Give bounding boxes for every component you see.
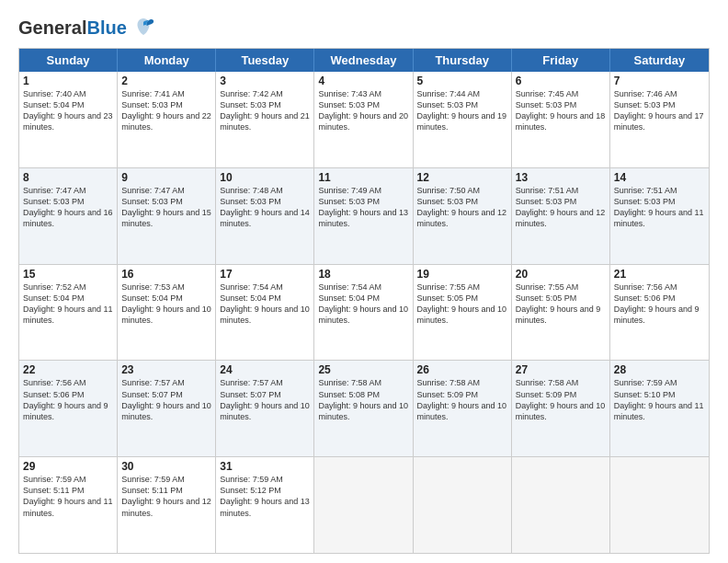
calendar-cell: 13Sunrise: 7:51 AM Sunset: 5:03 PM Dayli… — [512, 168, 610, 264]
cell-info: Sunrise: 7:59 AM Sunset: 5:12 PM Dayligh… — [220, 474, 310, 519]
calendar-cell: 10Sunrise: 7:48 AM Sunset: 5:03 PM Dayli… — [216, 168, 314, 264]
day-number: 28 — [614, 363, 705, 376]
calendar-cell: 28Sunrise: 7:59 AM Sunset: 5:10 PM Dayli… — [610, 361, 709, 456]
calendar-cell: 27Sunrise: 7:58 AM Sunset: 5:09 PM Dayli… — [512, 361, 610, 456]
cell-info: Sunrise: 7:55 AM Sunset: 5:05 PM Dayligh… — [516, 282, 606, 327]
cell-info: Sunrise: 7:55 AM Sunset: 5:05 PM Dayligh… — [417, 282, 507, 327]
calendar-cell: 16Sunrise: 7:53 AM Sunset: 5:04 PM Dayli… — [118, 265, 216, 361]
calendar-row: 29Sunrise: 7:59 AM Sunset: 5:11 PM Dayli… — [19, 456, 709, 553]
calendar-cell: 22Sunrise: 7:56 AM Sunset: 5:06 PM Dayli… — [19, 361, 118, 456]
calendar-row: 1Sunrise: 7:40 AM Sunset: 5:04 PM Daylig… — [19, 72, 709, 167]
weekday-header: Sunday — [19, 49, 118, 72]
calendar-cell: 24Sunrise: 7:57 AM Sunset: 5:07 PM Dayli… — [216, 361, 314, 456]
day-number: 29 — [23, 460, 113, 473]
cell-info: Sunrise: 7:51 AM Sunset: 5:03 PM Dayligh… — [614, 185, 705, 230]
day-number: 14 — [614, 171, 705, 184]
calendar-cell: 30Sunrise: 7:59 AM Sunset: 5:11 PM Dayli… — [118, 457, 216, 553]
calendar-cell: 5Sunrise: 7:44 AM Sunset: 5:03 PM Daylig… — [414, 72, 512, 167]
calendar-cell: 12Sunrise: 7:50 AM Sunset: 5:03 PM Dayli… — [414, 168, 512, 264]
calendar-cell: 2Sunrise: 7:41 AM Sunset: 5:03 PM Daylig… — [118, 72, 216, 167]
cell-info: Sunrise: 7:47 AM Sunset: 5:03 PM Dayligh… — [23, 185, 113, 230]
cell-info: Sunrise: 7:54 AM Sunset: 5:04 PM Dayligh… — [318, 282, 408, 327]
weekday-header: Wednesday — [314, 49, 413, 72]
calendar-cell: 29Sunrise: 7:59 AM Sunset: 5:11 PM Dayli… — [19, 457, 118, 553]
day-number: 9 — [121, 171, 211, 184]
calendar-cell: 23Sunrise: 7:57 AM Sunset: 5:07 PM Dayli… — [118, 361, 216, 456]
cell-info: Sunrise: 7:58 AM Sunset: 5:09 PM Dayligh… — [516, 377, 606, 422]
day-number: 25 — [318, 363, 408, 376]
day-number: 31 — [220, 460, 310, 473]
page: GeneralBlue SundayMondayTuesdayWednesday… — [0, 0, 728, 563]
cell-info: Sunrise: 7:59 AM Sunset: 5:11 PM Dayligh… — [121, 474, 211, 519]
cell-info: Sunrise: 7:50 AM Sunset: 5:03 PM Dayligh… — [417, 185, 507, 230]
cell-info: Sunrise: 7:53 AM Sunset: 5:04 PM Dayligh… — [121, 282, 211, 327]
calendar-cell: 1Sunrise: 7:40 AM Sunset: 5:04 PM Daylig… — [19, 72, 118, 167]
cell-info: Sunrise: 7:58 AM Sunset: 5:08 PM Dayligh… — [318, 377, 408, 422]
calendar-cell: 6Sunrise: 7:45 AM Sunset: 5:03 PM Daylig… — [512, 72, 610, 167]
cell-info: Sunrise: 7:45 AM Sunset: 5:03 PM Dayligh… — [516, 88, 606, 133]
day-number: 3 — [220, 75, 310, 87]
cell-info: Sunrise: 7:42 AM Sunset: 5:03 PM Dayligh… — [220, 88, 310, 133]
cell-info: Sunrise: 7:49 AM Sunset: 5:03 PM Dayligh… — [318, 185, 408, 230]
calendar-cell: 25Sunrise: 7:58 AM Sunset: 5:08 PM Dayli… — [314, 361, 413, 456]
cell-info: Sunrise: 7:47 AM Sunset: 5:03 PM Dayligh… — [121, 185, 211, 230]
weekday-header: Friday — [512, 49, 610, 72]
day-number: 27 — [516, 363, 606, 376]
calendar: SundayMondayTuesdayWednesdayThursdayFrid… — [18, 48, 710, 554]
calendar-cell: 19Sunrise: 7:55 AM Sunset: 5:05 PM Dayli… — [414, 265, 512, 361]
weekday-header: Tuesday — [216, 49, 314, 72]
cell-info: Sunrise: 7:44 AM Sunset: 5:03 PM Dayligh… — [417, 88, 507, 133]
day-number: 17 — [220, 268, 310, 281]
day-number: 13 — [516, 171, 606, 184]
cell-info: Sunrise: 7:51 AM Sunset: 5:03 PM Dayligh… — [516, 185, 606, 230]
cell-info: Sunrise: 7:48 AM Sunset: 5:03 PM Dayligh… — [220, 185, 310, 230]
calendar-cell: 15Sunrise: 7:52 AM Sunset: 5:04 PM Dayli… — [19, 265, 118, 361]
calendar-cell: 26Sunrise: 7:58 AM Sunset: 5:09 PM Dayli… — [414, 361, 512, 456]
logo: GeneralBlue — [18, 15, 156, 40]
cell-info: Sunrise: 7:57 AM Sunset: 5:07 PM Dayligh… — [121, 377, 211, 422]
cell-info: Sunrise: 7:59 AM Sunset: 5:10 PM Dayligh… — [614, 377, 705, 422]
calendar-cell: 18Sunrise: 7:54 AM Sunset: 5:04 PM Dayli… — [314, 265, 413, 361]
weekday-header: Thursday — [414, 49, 512, 72]
day-number: 11 — [318, 171, 408, 184]
day-number: 16 — [121, 268, 211, 281]
calendar-header: SundayMondayTuesdayWednesdayThursdayFrid… — [19, 49, 709, 72]
cell-info: Sunrise: 7:56 AM Sunset: 5:06 PM Dayligh… — [614, 282, 705, 327]
calendar-cell: 9Sunrise: 7:47 AM Sunset: 5:03 PM Daylig… — [118, 168, 216, 264]
cell-info: Sunrise: 7:56 AM Sunset: 5:06 PM Dayligh… — [23, 377, 113, 422]
day-number: 30 — [121, 460, 211, 473]
weekday-header: Monday — [118, 49, 216, 72]
cell-info: Sunrise: 7:46 AM Sunset: 5:03 PM Dayligh… — [614, 88, 705, 133]
header: GeneralBlue — [18, 15, 710, 40]
calendar-cell: 4Sunrise: 7:43 AM Sunset: 5:03 PM Daylig… — [314, 72, 413, 167]
cell-info: Sunrise: 7:54 AM Sunset: 5:04 PM Dayligh… — [220, 282, 310, 327]
day-number: 1 — [23, 75, 113, 87]
calendar-cell — [610, 457, 709, 553]
calendar-cell — [512, 457, 610, 553]
calendar-cell: 7Sunrise: 7:46 AM Sunset: 5:03 PM Daylig… — [610, 72, 709, 167]
day-number: 18 — [318, 268, 408, 281]
day-number: 24 — [220, 363, 310, 376]
day-number: 19 — [417, 268, 507, 281]
logo-text: GeneralBlue — [18, 17, 127, 39]
cell-info: Sunrise: 7:40 AM Sunset: 5:04 PM Dayligh… — [23, 88, 113, 133]
calendar-cell: 21Sunrise: 7:56 AM Sunset: 5:06 PM Dayli… — [610, 265, 709, 361]
calendar-cell: 3Sunrise: 7:42 AM Sunset: 5:03 PM Daylig… — [216, 72, 314, 167]
day-number: 20 — [516, 268, 606, 281]
calendar-cell: 14Sunrise: 7:51 AM Sunset: 5:03 PM Dayli… — [610, 168, 709, 264]
day-number: 22 — [23, 363, 113, 376]
cell-info: Sunrise: 7:58 AM Sunset: 5:09 PM Dayligh… — [417, 377, 507, 422]
day-number: 2 — [121, 75, 211, 87]
cell-info: Sunrise: 7:59 AM Sunset: 5:11 PM Dayligh… — [23, 474, 113, 519]
day-number: 12 — [417, 171, 507, 184]
calendar-row: 22Sunrise: 7:56 AM Sunset: 5:06 PM Dayli… — [19, 360, 709, 456]
cell-info: Sunrise: 7:41 AM Sunset: 5:03 PM Dayligh… — [121, 88, 211, 133]
cell-info: Sunrise: 7:52 AM Sunset: 5:04 PM Dayligh… — [23, 282, 113, 327]
calendar-cell — [314, 457, 413, 553]
calendar-cell: 20Sunrise: 7:55 AM Sunset: 5:05 PM Dayli… — [512, 265, 610, 361]
calendar-cell: 31Sunrise: 7:59 AM Sunset: 5:12 PM Dayli… — [216, 457, 314, 553]
day-number: 26 — [417, 363, 507, 376]
day-number: 23 — [121, 363, 211, 376]
calendar-row: 8Sunrise: 7:47 AM Sunset: 5:03 PM Daylig… — [19, 167, 709, 264]
day-number: 15 — [23, 268, 113, 281]
